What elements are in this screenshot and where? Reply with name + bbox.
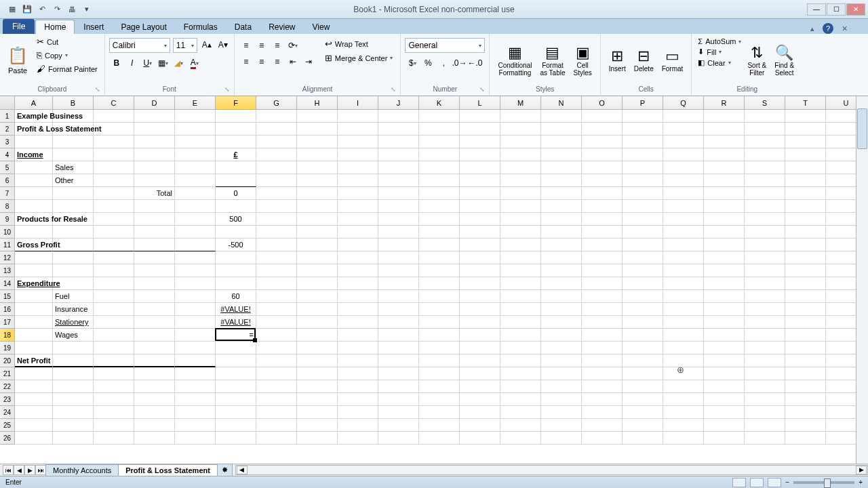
cell[interactable] <box>216 406 256 419</box>
zoom-slider[interactable] <box>793 481 854 484</box>
cell[interactable] <box>785 200 826 213</box>
cell[interactable] <box>94 251 134 264</box>
cell[interactable] <box>15 367 53 380</box>
font-launcher-icon[interactable]: ⤡ <box>224 86 233 94</box>
cell[interactable] <box>256 367 297 380</box>
cell[interactable] <box>134 367 175 380</box>
cell[interactable] <box>297 316 338 329</box>
delete-cells-button[interactable]: ⊟Delete <box>630 35 658 85</box>
cell[interactable] <box>175 290 216 303</box>
cell[interactable] <box>785 187 826 200</box>
cell[interactable] <box>297 264 338 277</box>
cell[interactable] <box>541 123 582 136</box>
cell[interactable] <box>134 251 175 264</box>
cell[interactable] <box>541 380 582 393</box>
cell[interactable] <box>53 200 94 213</box>
column-header[interactable]: A <box>15 96 53 109</box>
cell[interactable] <box>15 316 53 329</box>
cell[interactable] <box>297 303 338 316</box>
cell[interactable] <box>53 148 94 161</box>
cell[interactable] <box>704 200 745 213</box>
fill-color-button[interactable]: ◢▾ <box>172 56 186 70</box>
cell[interactable] <box>175 380 216 393</box>
cell[interactable] <box>175 419 216 432</box>
cell[interactable] <box>541 342 582 354</box>
cell[interactable] <box>256 187 297 200</box>
cell[interactable]: Sales <box>53 161 94 174</box>
cell[interactable] <box>541 354 582 367</box>
cell[interactable] <box>134 200 175 213</box>
cell[interactable]: Gross Profit <box>15 239 53 251</box>
zoom-in-button[interactable]: + <box>859 479 863 486</box>
cell[interactable] <box>785 226 826 239</box>
cell[interactable] <box>663 367 704 380</box>
cell[interactable] <box>378 406 419 419</box>
cell[interactable] <box>745 419 785 432</box>
cell[interactable] <box>297 393 338 406</box>
cell[interactable] <box>94 264 134 277</box>
cell[interactable] <box>785 432 826 445</box>
cell[interactable] <box>745 432 785 445</box>
cell[interactable] <box>704 419 745 432</box>
cell[interactable] <box>419 316 460 329</box>
cell[interactable] <box>216 251 256 264</box>
cell[interactable]: Products for Resale <box>15 213 53 226</box>
row-header[interactable]: 5 <box>0 161 15 174</box>
cell[interactable] <box>460 277 500 290</box>
row-header[interactable]: 23 <box>0 393 15 406</box>
cell[interactable] <box>745 187 785 200</box>
cell[interactable] <box>500 264 541 277</box>
cell[interactable] <box>15 187 53 200</box>
cell[interactable] <box>785 123 826 136</box>
cell[interactable] <box>460 161 500 174</box>
percent-button[interactable]: % <box>420 56 435 70</box>
cell[interactable] <box>94 342 134 354</box>
cell[interactable] <box>460 329 500 342</box>
cell[interactable] <box>338 174 378 187</box>
cell[interactable] <box>460 136 500 148</box>
cell[interactable] <box>378 226 419 239</box>
decrease-font-button[interactable]: A▾ <box>216 38 230 52</box>
cell[interactable] <box>134 406 175 419</box>
cell[interactable] <box>378 123 419 136</box>
normal-view-button[interactable] <box>732 478 746 487</box>
cell[interactable]: #VALUE! <box>216 303 256 316</box>
cell[interactable] <box>500 110 541 123</box>
cell[interactable] <box>623 148 663 161</box>
cell[interactable] <box>53 251 94 264</box>
cell[interactable] <box>745 239 785 251</box>
cell[interactable] <box>623 200 663 213</box>
save-icon[interactable]: 💾 <box>20 3 34 16</box>
cell[interactable] <box>541 419 582 432</box>
column-header[interactable]: C <box>94 96 134 109</box>
column-header[interactable]: H <box>297 96 338 109</box>
cell[interactable] <box>663 226 704 239</box>
cell[interactable] <box>663 432 704 445</box>
cell[interactable] <box>745 110 785 123</box>
cell[interactable] <box>704 354 745 367</box>
cell[interactable] <box>500 187 541 200</box>
select-all-button[interactable] <box>0 96 15 109</box>
cell[interactable] <box>460 123 500 136</box>
column-header[interactable]: E <box>175 96 216 109</box>
cell[interactable] <box>94 161 134 174</box>
cell[interactable] <box>297 123 338 136</box>
cell[interactable] <box>216 136 256 148</box>
cell[interactable] <box>256 161 297 174</box>
cell[interactable] <box>582 393 623 406</box>
cell[interactable] <box>378 380 419 393</box>
cell[interactable] <box>623 123 663 136</box>
vertical-scrollbar[interactable] <box>856 96 868 464</box>
cell[interactable] <box>216 123 256 136</box>
cell[interactable] <box>500 136 541 148</box>
cell[interactable] <box>663 264 704 277</box>
column-header[interactable]: F <box>216 96 256 109</box>
cell[interactable] <box>785 380 826 393</box>
cell[interactable] <box>785 316 826 329</box>
cell[interactable] <box>745 290 785 303</box>
align-middle-button[interactable]: ≡ <box>254 38 269 53</box>
cell[interactable] <box>175 354 216 367</box>
cell[interactable] <box>256 342 297 354</box>
tab-nav-next-button[interactable]: ▶ <box>24 465 35 475</box>
cell[interactable] <box>378 239 419 251</box>
